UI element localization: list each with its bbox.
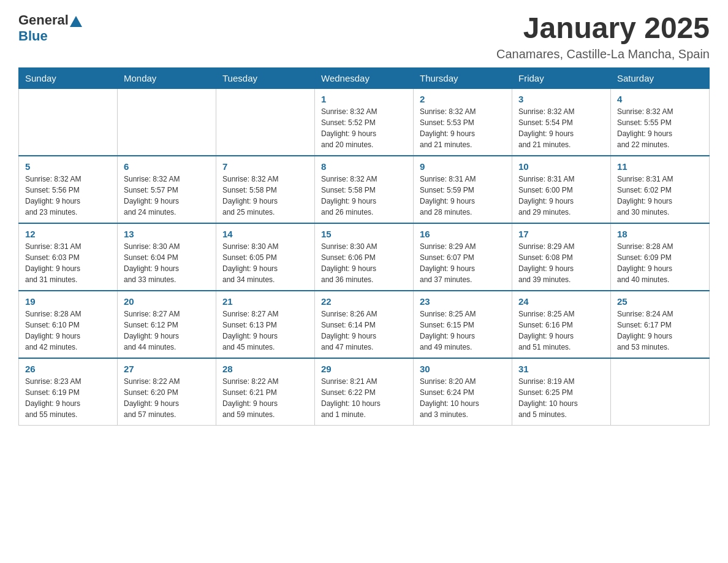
calendar-cell: 30Sunrise: 8:20 AM Sunset: 6:24 PM Dayli… <box>414 358 512 426</box>
day-info: Sunrise: 8:31 AM Sunset: 5:59 PM Dayligh… <box>420 174 506 218</box>
day-number: 12 <box>25 229 111 239</box>
calendar-cell: 3Sunrise: 8:32 AM Sunset: 5:54 PM Daylig… <box>512 88 611 156</box>
page-header: General Blue January 2025 Canamares, Cas… <box>18 12 710 61</box>
week-row-5: 26Sunrise: 8:23 AM Sunset: 6:19 PM Dayli… <box>19 358 710 426</box>
day-number: 8 <box>321 161 407 172</box>
day-number: 7 <box>222 161 308 172</box>
day-number: 1 <box>321 94 407 104</box>
day-info: Sunrise: 8:25 AM Sunset: 6:15 PM Dayligh… <box>420 308 506 353</box>
header-sunday: Sunday <box>19 67 118 88</box>
month-title: January 2025 <box>496 12 710 45</box>
day-info: Sunrise: 8:32 AM Sunset: 5:55 PM Dayligh… <box>617 106 703 150</box>
logo-blue: Blue <box>18 28 48 44</box>
day-info: Sunrise: 8:27 AM Sunset: 6:12 PM Dayligh… <box>124 308 210 353</box>
calendar-cell: 15Sunrise: 8:30 AM Sunset: 6:06 PM Dayli… <box>315 223 414 291</box>
day-number: 6 <box>124 161 210 172</box>
day-number: 11 <box>617 161 703 172</box>
day-info: Sunrise: 8:28 AM Sunset: 6:10 PM Dayligh… <box>25 308 111 353</box>
day-info: Sunrise: 8:31 AM Sunset: 6:03 PM Dayligh… <box>25 241 111 285</box>
calendar-cell <box>118 88 216 156</box>
calendar-cell: 29Sunrise: 8:21 AM Sunset: 6:22 PM Dayli… <box>315 358 414 426</box>
calendar-cell: 5Sunrise: 8:32 AM Sunset: 5:56 PM Daylig… <box>19 156 118 223</box>
calendar-cell: 9Sunrise: 8:31 AM Sunset: 5:59 PM Daylig… <box>414 156 512 223</box>
week-row-1: 1Sunrise: 8:32 AM Sunset: 5:52 PM Daylig… <box>19 88 710 156</box>
day-info: Sunrise: 8:32 AM Sunset: 5:52 PM Dayligh… <box>321 106 407 150</box>
day-info: Sunrise: 8:24 AM Sunset: 6:17 PM Dayligh… <box>617 308 703 353</box>
week-row-2: 5Sunrise: 8:32 AM Sunset: 5:56 PM Daylig… <box>19 156 710 223</box>
calendar-cell: 31Sunrise: 8:19 AM Sunset: 6:25 PM Dayli… <box>512 358 611 426</box>
calendar-cell: 24Sunrise: 8:25 AM Sunset: 6:16 PM Dayli… <box>512 291 611 358</box>
calendar-cell <box>611 358 710 426</box>
day-info: Sunrise: 8:30 AM Sunset: 6:05 PM Dayligh… <box>222 241 308 285</box>
calendar-cell: 19Sunrise: 8:28 AM Sunset: 6:10 PM Dayli… <box>19 291 118 358</box>
day-info: Sunrise: 8:23 AM Sunset: 6:19 PM Dayligh… <box>25 376 111 420</box>
day-number: 24 <box>518 296 604 307</box>
calendar-cell: 11Sunrise: 8:31 AM Sunset: 6:02 PM Dayli… <box>611 156 710 223</box>
logo-general: General <box>18 12 69 28</box>
calendar-cell <box>19 88 118 156</box>
day-info: Sunrise: 8:21 AM Sunset: 6:22 PM Dayligh… <box>321 376 407 420</box>
day-info: Sunrise: 8:20 AM Sunset: 6:24 PM Dayligh… <box>420 376 506 420</box>
calendar-cell: 27Sunrise: 8:22 AM Sunset: 6:20 PM Dayli… <box>118 358 216 426</box>
calendar-cell: 25Sunrise: 8:24 AM Sunset: 6:17 PM Dayli… <box>611 291 710 358</box>
calendar-cell: 6Sunrise: 8:32 AM Sunset: 5:57 PM Daylig… <box>118 156 216 223</box>
day-info: Sunrise: 8:29 AM Sunset: 6:08 PM Dayligh… <box>518 241 604 285</box>
location-title: Canamares, Castille-La Mancha, Spain <box>496 47 710 61</box>
day-info: Sunrise: 8:22 AM Sunset: 6:20 PM Dayligh… <box>124 376 210 420</box>
day-info: Sunrise: 8:31 AM Sunset: 6:00 PM Dayligh… <box>518 174 604 218</box>
day-number: 14 <box>222 229 308 239</box>
calendar-cell: 16Sunrise: 8:29 AM Sunset: 6:07 PM Dayli… <box>414 223 512 291</box>
calendar-cell: 2Sunrise: 8:32 AM Sunset: 5:53 PM Daylig… <box>414 88 512 156</box>
day-number: 18 <box>617 229 703 239</box>
calendar-cell: 10Sunrise: 8:31 AM Sunset: 6:00 PM Dayli… <box>512 156 611 223</box>
calendar-cell: 20Sunrise: 8:27 AM Sunset: 6:12 PM Dayli… <box>118 291 216 358</box>
day-number: 17 <box>518 229 604 239</box>
calendar-table: SundayMondayTuesdayWednesdayThursdayFrid… <box>18 67 710 426</box>
calendar-cell: 21Sunrise: 8:27 AM Sunset: 6:13 PM Dayli… <box>216 291 315 358</box>
day-number: 16 <box>420 229 506 239</box>
calendar-cell: 17Sunrise: 8:29 AM Sunset: 6:08 PM Dayli… <box>512 223 611 291</box>
calendar-cell: 14Sunrise: 8:30 AM Sunset: 6:05 PM Dayli… <box>216 223 315 291</box>
day-number: 20 <box>124 296 210 307</box>
header-row: SundayMondayTuesdayWednesdayThursdayFrid… <box>19 67 710 88</box>
calendar-cell: 23Sunrise: 8:25 AM Sunset: 6:15 PM Dayli… <box>414 291 512 358</box>
logo-triangle-icon <box>70 16 82 27</box>
day-number: 10 <box>518 161 604 172</box>
day-info: Sunrise: 8:25 AM Sunset: 6:16 PM Dayligh… <box>518 308 604 353</box>
calendar-cell: 7Sunrise: 8:32 AM Sunset: 5:58 PM Daylig… <box>216 156 315 223</box>
day-info: Sunrise: 8:32 AM Sunset: 5:57 PM Dayligh… <box>124 174 210 218</box>
day-number: 3 <box>518 94 604 104</box>
header-monday: Monday <box>118 67 216 88</box>
day-info: Sunrise: 8:32 AM Sunset: 5:53 PM Dayligh… <box>420 106 506 150</box>
calendar-cell: 12Sunrise: 8:31 AM Sunset: 6:03 PM Dayli… <box>19 223 118 291</box>
day-info: Sunrise: 8:32 AM Sunset: 5:56 PM Dayligh… <box>25 174 111 218</box>
week-row-3: 12Sunrise: 8:31 AM Sunset: 6:03 PM Dayli… <box>19 223 710 291</box>
title-area: January 2025 Canamares, Castille-La Manc… <box>496 12 710 61</box>
day-number: 15 <box>321 229 407 239</box>
day-number: 27 <box>124 364 210 374</box>
day-number: 23 <box>420 296 506 307</box>
header-friday: Friday <box>512 67 611 88</box>
day-number: 9 <box>420 161 506 172</box>
logo-text: General <box>18 12 83 28</box>
day-info: Sunrise: 8:32 AM Sunset: 5:54 PM Dayligh… <box>518 106 604 150</box>
day-info: Sunrise: 8:32 AM Sunset: 5:58 PM Dayligh… <box>321 174 407 218</box>
calendar-cell: 13Sunrise: 8:30 AM Sunset: 6:04 PM Dayli… <box>118 223 216 291</box>
day-info: Sunrise: 8:26 AM Sunset: 6:14 PM Dayligh… <box>321 308 407 353</box>
day-number: 13 <box>124 229 210 239</box>
calendar-cell: 28Sunrise: 8:22 AM Sunset: 6:21 PM Dayli… <box>216 358 315 426</box>
day-info: Sunrise: 8:19 AM Sunset: 6:25 PM Dayligh… <box>518 376 604 420</box>
header-wednesday: Wednesday <box>315 67 414 88</box>
header-tuesday: Tuesday <box>216 67 315 88</box>
day-number: 5 <box>25 161 111 172</box>
header-saturday: Saturday <box>611 67 710 88</box>
day-number: 30 <box>420 364 506 374</box>
day-info: Sunrise: 8:29 AM Sunset: 6:07 PM Dayligh… <box>420 241 506 285</box>
calendar-cell: 4Sunrise: 8:32 AM Sunset: 5:55 PM Daylig… <box>611 88 710 156</box>
day-info: Sunrise: 8:32 AM Sunset: 5:58 PM Dayligh… <box>222 174 308 218</box>
day-info: Sunrise: 8:30 AM Sunset: 6:04 PM Dayligh… <box>124 241 210 285</box>
week-row-4: 19Sunrise: 8:28 AM Sunset: 6:10 PM Dayli… <box>19 291 710 358</box>
day-number: 2 <box>420 94 506 104</box>
day-info: Sunrise: 8:28 AM Sunset: 6:09 PM Dayligh… <box>617 241 703 285</box>
day-number: 25 <box>617 296 703 307</box>
